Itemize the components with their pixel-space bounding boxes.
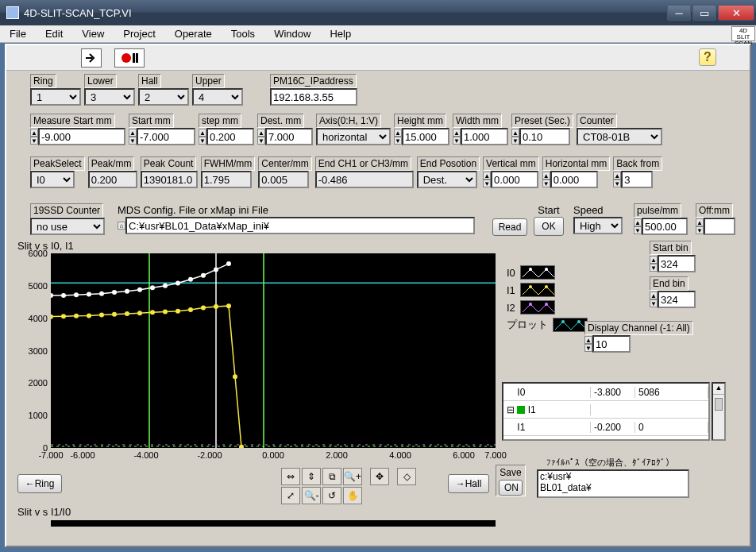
step-mm-label: step mm xyxy=(199,114,241,128)
lower-select[interactable]: 3 xyxy=(84,88,135,106)
tool-zoom-vert-icon[interactable]: ⇕ xyxy=(302,468,321,485)
legend-i1-swatch[interactable] xyxy=(520,283,555,297)
displaychannel-input[interactable] xyxy=(592,335,631,353)
height-input[interactable] xyxy=(402,128,449,145)
hall-nav-button[interactable]: →Hall xyxy=(448,474,489,493)
ring-select[interactable]: 1 xyxy=(30,88,81,106)
speed-select[interactable]: High xyxy=(573,217,623,234)
pulse-label: pulse/mm xyxy=(634,203,681,218)
run-button[interactable] xyxy=(81,48,102,68)
preset-input[interactable] xyxy=(519,128,570,145)
record-icon xyxy=(122,53,131,63)
svg-point-13 xyxy=(137,288,142,292)
tool-zoom-fit-icon[interactable]: ⤢ xyxy=(281,487,300,504)
svg-point-8 xyxy=(74,292,79,297)
measure-start-input[interactable] xyxy=(38,128,125,145)
svg-point-30 xyxy=(163,310,168,315)
fwhm-output xyxy=(201,171,252,188)
pulse-input[interactable] xyxy=(642,218,688,235)
tool-zoom-out-icon[interactable]: 🔍- xyxy=(302,487,321,504)
config-path-input[interactable] xyxy=(125,217,475,234)
off-input[interactable] xyxy=(704,218,735,235)
logo-badge: 4D SLIT SCAN xyxy=(731,26,755,41)
read-button[interactable]: Read xyxy=(492,218,527,236)
ip-input[interactable] xyxy=(270,88,357,106)
svg-point-43 xyxy=(545,303,548,306)
filepath-input[interactable]: c:¥usr¥ BL01_data¥ xyxy=(537,469,689,498)
legend-i2-swatch[interactable] xyxy=(520,300,555,315)
peakselect-select[interactable]: I0 xyxy=(30,171,75,188)
menu-edit[interactable]: Edit xyxy=(36,25,72,42)
svg-point-22 xyxy=(61,314,66,318)
endpos-select[interactable]: Dest. xyxy=(417,171,477,188)
tool-zoom-box-icon[interactable]: ⧉ xyxy=(322,468,341,485)
axis-select[interactable]: horizontal xyxy=(316,128,391,145)
help-button[interactable]: ? xyxy=(699,48,716,66)
tool-pan-icon[interactable]: ✋ xyxy=(343,487,362,504)
startbin-input[interactable] xyxy=(658,255,696,272)
menu-help[interactable]: Help xyxy=(320,25,361,42)
speed-label: Speed xyxy=(573,204,604,216)
table-row[interactable]: I1-0.2000 xyxy=(503,419,708,436)
start-mm-input[interactable] xyxy=(137,128,195,145)
vertical-input[interactable] xyxy=(491,171,538,188)
pause-icon xyxy=(133,53,138,63)
axis-label: Axis(0:H, 1:V) xyxy=(316,114,381,128)
minimize-button[interactable]: ─ xyxy=(667,5,691,21)
table-row[interactable]: I0-3.8005086 xyxy=(503,384,708,401)
tool-zoom-horiz-icon[interactable]: ⇔ xyxy=(281,468,300,485)
hall-label: Hall xyxy=(138,74,161,88)
table-row[interactable]: ⊟ I1 xyxy=(503,401,708,419)
ring-nav-button[interactable]: ←Ring xyxy=(17,474,62,493)
tool-undo-zoom-icon[interactable]: ↺ xyxy=(322,487,341,504)
data-table[interactable]: I0-3.8005086⊟ I1 I1-0.2000 xyxy=(502,382,710,441)
ssd-select[interactable]: no use xyxy=(30,218,105,235)
chart2-title: Slit v s I1/I0 xyxy=(17,506,71,518)
legend-plot-swatch[interactable] xyxy=(553,318,588,332)
save-on-button[interactable]: ON xyxy=(499,480,523,496)
menu-view[interactable]: View xyxy=(72,25,114,42)
upper-select[interactable]: 4 xyxy=(192,88,243,106)
svg-point-10 xyxy=(99,291,104,296)
tool-zoom-in-icon[interactable]: 🔍+ xyxy=(343,468,362,485)
preset-label: Preset (Sec.) xyxy=(511,114,573,128)
menu-operate[interactable]: Operate xyxy=(165,25,222,42)
svg-point-21 xyxy=(51,315,53,319)
horizontal-input[interactable] xyxy=(550,171,598,188)
width-input[interactable] xyxy=(461,128,508,145)
displaychannel-label: Display Channel (-1: All) xyxy=(584,321,693,335)
svg-point-31 xyxy=(176,309,180,314)
legend-plot-label: プロット xyxy=(507,318,548,332)
menu-file[interactable]: File xyxy=(0,25,36,42)
chart-x-axis: -7.000-6.000-4.000-2.0000.0002.0004.0006… xyxy=(51,450,496,463)
menu-tools[interactable]: Tools xyxy=(222,25,264,42)
endch-output xyxy=(315,171,414,188)
legend-i1-label: I1 xyxy=(507,284,515,296)
legend-i2-label: I2 xyxy=(507,302,515,314)
svg-point-16 xyxy=(176,281,180,286)
horizontal-label: Horizontal mm xyxy=(542,156,610,171)
svg-point-34 xyxy=(214,304,218,309)
hall-select[interactable]: 2 xyxy=(138,88,189,106)
menu-window[interactable]: Window xyxy=(264,25,320,42)
svg-point-36 xyxy=(233,374,237,379)
dest-mm-input[interactable] xyxy=(265,128,313,145)
endbin-input[interactable] xyxy=(658,291,696,308)
menu-project[interactable]: Project xyxy=(114,25,164,42)
legend-i0-swatch[interactable] xyxy=(520,265,555,280)
ok-button[interactable]: OK xyxy=(534,217,564,236)
counter-select[interactable]: CT08-01B xyxy=(577,128,662,145)
tool-crosshair-icon[interactable]: ✥ xyxy=(370,468,389,485)
svg-point-9 xyxy=(87,291,91,296)
step-mm-input[interactable] xyxy=(206,128,254,145)
chart-area[interactable] xyxy=(51,253,496,448)
stop-abort-button[interactable] xyxy=(114,48,145,68)
table-scrollbar[interactable]: ▲ xyxy=(712,382,726,441)
tool-autoscale-icon[interactable]: ◇ xyxy=(397,468,416,485)
maximize-button[interactable]: ▭ xyxy=(692,5,716,21)
backfrom-input[interactable] xyxy=(621,171,653,188)
window-title: 4D-SLIT-SCAN_TCP.VI xyxy=(24,7,132,19)
close-button[interactable]: ✕ xyxy=(718,5,754,21)
svg-point-26 xyxy=(112,312,117,317)
center-label: Center/mm xyxy=(258,156,311,171)
